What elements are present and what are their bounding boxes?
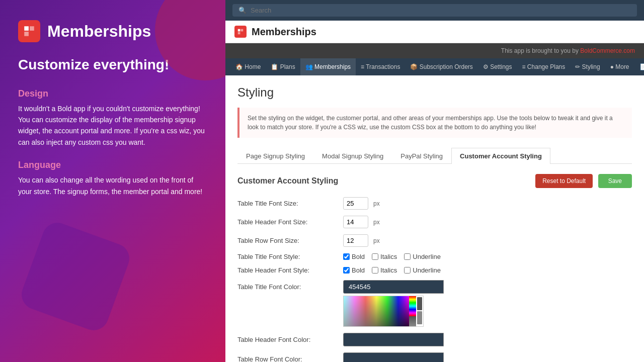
swatch-mid[interactable]: [417, 311, 422, 324]
table-title-font-style-group: Bold Italics Underline: [343, 253, 441, 260]
nav-item-plans[interactable]: 📋 Plans: [266, 58, 300, 75]
table-row-font-size-label: Table Row Font Size:: [237, 237, 338, 244]
svg-rect-4: [241, 29, 244, 32]
color-hue-slider[interactable]: [409, 296, 416, 326]
header-color-text-input[interactable]: [343, 333, 444, 346]
info-text: Set the styling on the widget, the custo…: [248, 115, 613, 131]
tagline: Customize everything!: [18, 56, 207, 73]
save-button[interactable]: Save: [598, 174, 632, 188]
title-bold-label[interactable]: Bold: [343, 253, 365, 260]
design-section-title: Design: [18, 88, 207, 99]
section-header: Customer Account Styling Reset to Defaul…: [237, 174, 632, 188]
title-underline-label[interactable]: Underline: [404, 253, 441, 260]
svg-rect-3: [238, 29, 240, 32]
table-title-font-size-label: Table Title Font Size:: [237, 200, 338, 207]
table-row-font-size-input[interactable]: [343, 234, 368, 247]
color-swatches: [416, 296, 423, 326]
logo-row: Memberships: [18, 20, 207, 42]
table-row-font-size-row: Table Row Font Size: px: [237, 234, 632, 247]
table-header-font-style-group: Bold Italics Underline: [343, 266, 441, 274]
main-content: Styling Set the styling on the widget, t…: [225, 75, 644, 362]
header-bold-label[interactable]: Bold: [343, 266, 365, 274]
table-row-font-color-label: Table Row Font Color:: [237, 355, 338, 362]
tab-paypal[interactable]: PayPal Styling: [392, 148, 451, 164]
table-title-font-style-row: Table Title Font Style: Bold Italics Und…: [237, 253, 632, 260]
nav-item-settings[interactable]: ⚙ Settings: [478, 58, 517, 75]
tab-page-signup[interactable]: Page Signup Styling: [237, 148, 313, 164]
action-buttons: Reset to Default Save: [535, 174, 632, 188]
app-header-icon: [234, 26, 247, 38]
nav-item-terms[interactable]: 📄 Terms And Conditions: [634, 58, 644, 75]
header-color-input-wrap: [343, 333, 444, 346]
title-underline-checkbox[interactable]: [404, 253, 411, 260]
header-underline-checkbox[interactable]: [404, 267, 411, 274]
row-color-input-wrap: [343, 352, 444, 362]
page-title: Styling: [237, 85, 632, 100]
title-bold-checkbox[interactable]: [343, 253, 350, 260]
search-input[interactable]: [251, 7, 631, 14]
title-italics-checkbox[interactable]: [372, 253, 378, 260]
table-title-font-size-row: Table Title Font Size: px: [237, 197, 632, 210]
swatch-dark[interactable]: [417, 297, 422, 310]
svg-rect-1: [30, 26, 34, 31]
bold-banner: This app is brought to you by BoldCommer…: [225, 43, 644, 58]
header-italics-label[interactable]: Italics: [372, 266, 397, 274]
color-gradient-area[interactable]: [344, 296, 409, 326]
table-header-font-style-row: Table Header Font Style: Bold Italics Un…: [237, 266, 632, 274]
right-panel: 🔍 Memberships This app is brought to you…: [225, 0, 644, 362]
nav-item-memberships[interactable]: 👥 Memberships: [300, 58, 356, 75]
table-header-font-color-row: Table Header Font Color:: [237, 333, 632, 346]
search-bar: 🔍: [225, 0, 644, 21]
table-row-font-color-row: Table Row Font Color:: [237, 352, 632, 362]
reset-button[interactable]: Reset to Default: [535, 174, 593, 188]
table-header-font-size-label: Table Header Font Size:: [237, 218, 338, 226]
app-header: Memberships: [225, 21, 644, 43]
left-app-title: Memberships: [47, 22, 151, 41]
header-underline-label[interactable]: Underline: [404, 266, 441, 274]
language-section-body: You can also change all the wording used…: [18, 174, 207, 197]
table-title-font-size-unit: px: [373, 200, 380, 207]
app-header-title: Memberships: [252, 26, 316, 38]
header-italics-checkbox[interactable]: [372, 267, 378, 274]
table-row-font-size-unit: px: [373, 237, 380, 244]
design-section-body: It wouldn't a Bold app if you couldn't c…: [18, 103, 207, 148]
section-name: Customer Account Styling: [237, 176, 338, 186]
table-title-font-style-label: Table Title Font Style:: [237, 253, 338, 260]
search-input-wrap: 🔍: [232, 4, 637, 17]
table-title-font-color-row: Table Title Font Color:: [237, 280, 632, 294]
nav-item-transactions[interactable]: ≡ Transactions: [356, 58, 405, 75]
bold-banner-text: This app is brought to you by BoldCommer…: [501, 47, 635, 54]
tab-modal-signup[interactable]: Modal Signup Styling: [313, 148, 392, 164]
svg-rect-0: [24, 26, 29, 31]
table-title-font-color-label: Table Title Font Color:: [237, 283, 338, 291]
left-panel: Memberships Customize everything! Design…: [0, 0, 225, 362]
title-italics-label[interactable]: Italics: [372, 253, 397, 260]
row-color-text-input[interactable]: [343, 352, 444, 362]
language-section-title: Language: [18, 160, 207, 170]
table-header-font-color-label: Table Header Font Color:: [237, 336, 338, 343]
table-title-font-size-input[interactable]: [343, 197, 368, 210]
logo-icon: [18, 20, 40, 42]
nav-item-more[interactable]: ● More: [605, 58, 634, 75]
table-header-font-size-input[interactable]: [343, 216, 368, 228]
color-picker[interactable]: [343, 296, 424, 327]
table-header-font-size-row: Table Header Font Size: px: [237, 216, 632, 228]
nav-bar: 🏠 Home 📋 Plans 👥 Memberships ≡ Transacti…: [225, 58, 644, 75]
nav-item-subscription-orders[interactable]: 📦 Subscription Orders: [405, 58, 477, 75]
tab-customer-account[interactable]: Customer Account Styling: [451, 148, 550, 164]
svg-rect-2: [24, 32, 29, 36]
nav-item-home[interactable]: 🏠 Home: [230, 58, 266, 75]
header-bold-checkbox[interactable]: [343, 267, 350, 274]
title-color-text-input[interactable]: [343, 280, 444, 294]
info-box: Set the styling on the widget, the custo…: [237, 108, 632, 138]
table-header-font-size-unit: px: [373, 219, 380, 226]
tabs: Page Signup Styling Modal Signup Styling…: [237, 148, 632, 164]
bold-commerce-link[interactable]: BoldCommerce.com: [580, 47, 635, 54]
table-header-font-style-label: Table Header Font Style:: [237, 266, 338, 274]
nav-item-change-plans[interactable]: ≡ Change Plans: [517, 58, 571, 75]
title-color-input-wrap: [343, 280, 444, 294]
svg-rect-5: [238, 32, 240, 35]
nav-item-styling[interactable]: ✏ Styling: [570, 58, 605, 75]
search-icon: 🔍: [238, 7, 247, 14]
